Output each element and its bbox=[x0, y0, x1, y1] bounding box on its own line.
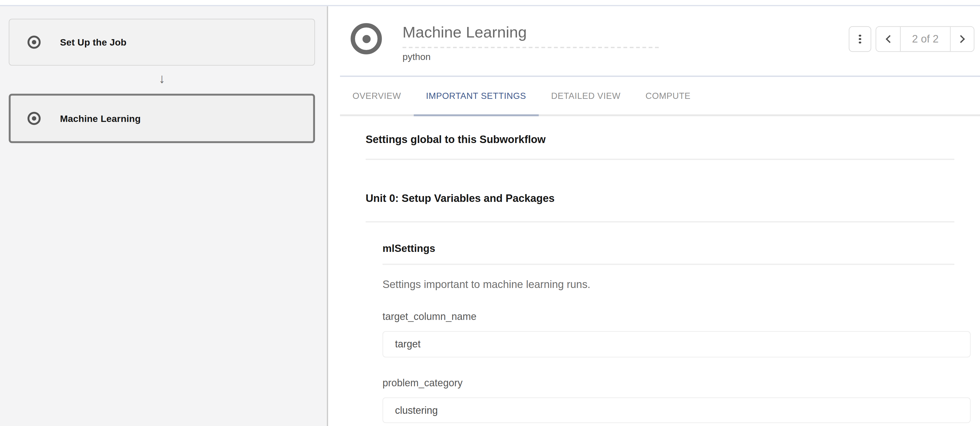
step-label: Machine Learning bbox=[60, 113, 141, 124]
workflow-step-machine-learning[interactable]: Machine Learning bbox=[9, 94, 315, 143]
section-description: Settings important to machine learning r… bbox=[382, 278, 970, 291]
detail-panel: Machine Learning python 2 of 2 bbox=[328, 6, 980, 426]
mlsettings-section: mlSettings Settings important to machine… bbox=[382, 242, 970, 423]
global-settings-heading: Settings global to this Subworkflow bbox=[366, 133, 970, 147]
tab-overview[interactable]: OVERVIEW bbox=[340, 77, 414, 116]
step-label: Set Up the Job bbox=[60, 37, 126, 48]
kebab-menu-icon bbox=[859, 38, 861, 40]
settings-content: Settings global to this Subworkflow Unit… bbox=[328, 133, 980, 423]
unit-0-heading: Unit 0: Setup Variables and Packages bbox=[366, 192, 970, 206]
field-label-problem-category: problem_category bbox=[382, 377, 970, 389]
page-indicator: 2 of 2 bbox=[900, 27, 951, 51]
title-block: Machine Learning python bbox=[402, 22, 659, 62]
prev-step-button[interactable] bbox=[877, 27, 900, 51]
chevron-left-icon bbox=[885, 35, 893, 43]
title-underline bbox=[402, 47, 659, 48]
target-icon bbox=[27, 35, 41, 49]
subworkflow-target-icon bbox=[350, 23, 382, 54]
section-divider bbox=[382, 264, 955, 265]
app-layout: Set Up the Job ↓ Machine Learning Machin… bbox=[0, 6, 980, 426]
workflow-sidebar: Set Up the Job ↓ Machine Learning bbox=[0, 6, 328, 426]
page-subtitle: python bbox=[402, 51, 659, 62]
more-options-button[interactable] bbox=[849, 26, 872, 52]
tab-compute[interactable]: COMPUTE bbox=[633, 77, 703, 116]
target-column-name-input[interactable] bbox=[382, 331, 970, 358]
workflow-step-setup[interactable]: Set Up the Job bbox=[9, 19, 315, 66]
top-divider bbox=[0, 0, 980, 6]
target-icon bbox=[27, 112, 41, 125]
page-root: Set Up the Job ↓ Machine Learning Machin… bbox=[0, 0, 980, 426]
problem-category-input[interactable] bbox=[382, 397, 970, 423]
chevron-right-icon bbox=[957, 35, 965, 43]
field-label-target-column-name: target_column_name bbox=[382, 310, 970, 323]
section-divider bbox=[366, 159, 955, 160]
next-step-button[interactable] bbox=[951, 27, 974, 51]
page-title: Machine Learning bbox=[402, 22, 659, 42]
tab-important-settings[interactable]: IMPORTANT SETTINGS bbox=[414, 77, 539, 116]
step-pager: 2 of 2 bbox=[875, 26, 974, 52]
header-controls: 2 of 2 bbox=[849, 26, 974, 52]
mlsettings-heading: mlSettings bbox=[382, 242, 970, 255]
tab-detailed-view[interactable]: DETAILED VIEW bbox=[539, 77, 633, 116]
section-divider bbox=[366, 221, 955, 223]
arrow-down-icon: ↓ bbox=[9, 69, 315, 89]
tab-bar: OVERVIEW IMPORTANT SETTINGS DETAILED VIE… bbox=[340, 77, 980, 116]
panel-header: Machine Learning python 2 of 2 bbox=[328, 6, 980, 76]
